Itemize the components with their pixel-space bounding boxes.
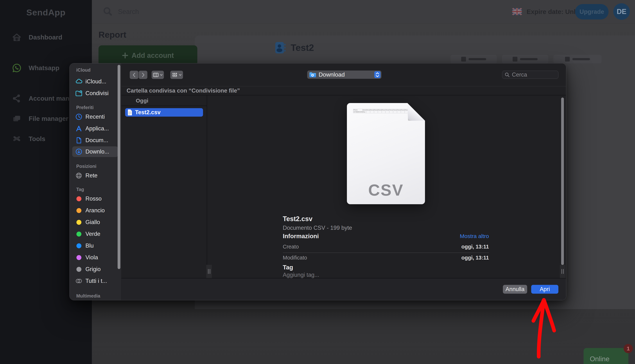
sidebar-item-label: Viola [86,254,98,261]
online-status-badge[interactable]: Online [583,348,628,364]
tag-section-title: Tag [283,264,293,271]
column-view-button[interactable] [152,71,164,79]
modified-label: Modificato [283,255,307,261]
background-toolbar-button[interactable] [450,55,497,63]
sidebar-item-label: Verde [86,231,100,237]
all-tags-icon [75,277,83,285]
chevron-left-icon [132,72,137,78]
file-list-column: Oggi Test2.csv [122,95,207,278]
sidebar-item-tag-grigio[interactable]: Grigio [72,264,118,274]
info-section-title: Informazioni [283,233,319,240]
preview-pane: Phone Name Param1 Param2 Param3 Param4 P… [207,95,566,278]
home-icon [12,32,22,42]
tag-dot-purple [77,255,81,260]
search-input[interactable] [118,0,228,23]
chevron-right-icon [141,72,146,78]
avatar[interactable]: DE [613,3,630,20]
file-browser: Oggi Test2.csv [122,95,566,278]
csv-big-label: CSV [347,181,425,200]
sidebar-item-tools[interactable]: Tools [12,134,45,144]
sidebar-item-label: Applica... [86,125,109,132]
sidebar-section-title: Multimedia [76,293,100,298]
sidebar-item-file-manager[interactable]: File manager [12,114,68,124]
dialog-main: Download Cartella condivisa con “Condivi… [122,63,566,300]
folder-download-icon [309,72,316,78]
sidebar-item-label: Tutti i t... [86,278,107,284]
chevron-down-icon [160,74,163,76]
sidebar-section-title: Posizioni [76,164,97,169]
uk-flag-icon[interactable] [512,8,522,15]
add-tag-field[interactable]: Aggiungi tag... [283,272,319,278]
preview-scrollbar[interactable] [561,98,564,265]
add-account-button[interactable]: Add account [99,45,197,66]
sidebar-item-dashboard[interactable]: Dashboard [12,32,62,42]
search-icon [504,72,510,77]
modal-title-row: Test2 [275,42,314,54]
sidebar-item-condivisi[interactable]: Condivisi [72,88,118,98]
preview-file-name: Test2.csv [283,215,312,223]
sidebar-item-tag-rosso[interactable]: Rosso [72,194,118,204]
sidebar-item-tag-giallo[interactable]: Giallo [72,217,118,228]
location-dropdown[interactable]: Download [307,70,381,79]
app-logo: SendApp [0,7,92,18]
sidebar-item-label: Dashboard [29,34,62,41]
contact-book-icon [275,42,286,54]
csv-mini-table: Phone Name Param1 Param2 Param3 Param4 P… [353,109,409,113]
sidebar-item-tag-blu[interactable]: Blu [72,240,118,251]
shared-folder-icon [75,90,83,97]
globe-icon [75,172,83,179]
share-icon [12,94,22,104]
modified-value: oggi, 13:11 [461,255,489,261]
show-more-link[interactable]: Mostra altro [460,233,489,239]
location-label: Download [319,71,345,78]
tag-dot-orange [77,208,81,213]
dialog-footer: Annulla Apri [122,278,566,300]
download-circle-icon [75,148,83,155]
column-view-icon [153,72,159,77]
sidebar-item-label: File manager [29,115,68,122]
sidebar-item-label: Recenti [86,114,105,120]
sidebar-item-tutti-i-tag[interactable]: Tutti i t... [72,276,118,286]
sidebar-item-whatsapp[interactable]: Whatsapp [12,63,59,73]
sidebar-item-tag-verde[interactable]: Verde [72,229,118,239]
sidebar-section-title: iCloud [76,68,91,73]
trash-icon [513,57,517,62]
cancel-button[interactable]: Annulla [503,285,527,294]
dialog-search-field[interactable] [502,71,558,79]
open-button[interactable]: Apri [531,285,558,294]
stepper-icon[interactable] [374,71,380,78]
sidebar-item-label: iCloud... [86,78,106,85]
sidebar-item-rete[interactable]: Rete [72,170,118,181]
sidebar-item-recenti[interactable]: Recenti [72,112,118,122]
dialog-toolbar: Download [122,63,566,86]
preview-file-desc: Documento CSV - 199 byte [283,224,352,231]
tag-dot-gray [77,267,81,272]
sidebar-scrollbar[interactable] [118,65,120,269]
group-view-icon [172,72,178,77]
sidebar-item-applicazioni[interactable]: Applica... [72,123,118,134]
file-row-selected[interactable]: Test2.csv [125,108,203,116]
group-view-button[interactable] [170,71,183,79]
sidebar-item-label: Condivisi [86,90,109,96]
sidebar-item-label: Rosso [86,196,102,202]
forward-button[interactable] [139,71,147,79]
shared-folder-banner: Cartella condivisa con “Condivisione fil… [122,86,566,95]
sidebar-item-label: Docum... [86,137,108,144]
upgrade-button[interactable]: Upgrade [575,4,608,20]
sidebar-item-icloud[interactable]: iCloud... [72,76,118,87]
import-icon [461,57,466,62]
sidebar-item-label: Arancio [86,207,105,214]
background-toolbar-button[interactable] [502,55,548,63]
csv-preview-icon: Phone Name Param1 Param2 Param3 Param4 P… [347,103,425,204]
back-button[interactable] [130,71,138,79]
background-toolbar-button[interactable] [553,55,601,63]
sidebar-item-tag-arancio[interactable]: Arancio [72,205,118,216]
sidebar-item-label: Grigio [86,266,101,272]
sidebar-item-download[interactable]: Downlo... [72,146,118,157]
dialog-search-input[interactable] [511,71,554,78]
chevron-down-icon [179,74,182,76]
sidebar-item-tag-viola[interactable]: Viola [72,252,118,263]
column-resize-handle[interactable] [206,265,212,278]
sidebar-item-documenti[interactable]: Docum... [72,135,118,146]
column-resize-handle[interactable] [560,265,565,278]
